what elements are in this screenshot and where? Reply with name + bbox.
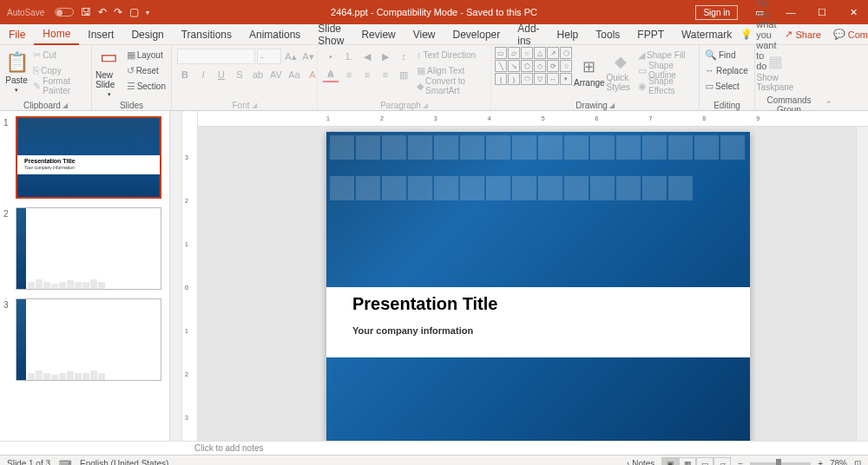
increase-font-icon[interactable]: A▴	[283, 49, 299, 64]
layout-button[interactable]: ▦Layout	[125, 47, 168, 62]
arrange-button[interactable]: ⊞Arrange	[574, 47, 605, 97]
collapse-ribbon-icon[interactable]: ⌃	[825, 100, 832, 108]
bold-icon[interactable]: B	[177, 67, 193, 82]
reset-button[interactable]: ↺Reset	[125, 62, 168, 78]
new-slide-button[interactable]: ▭New Slide▾	[95, 47, 123, 97]
section-button[interactable]: ☰Section	[125, 78, 168, 94]
text-direction-button[interactable]: ↕Text Direction	[415, 47, 487, 62]
notes-pane[interactable]: Click to add notes	[0, 441, 868, 455]
spellcheck-icon[interactable]: ⌨	[59, 459, 71, 465]
cut-button[interactable]: ✂Cut	[31, 47, 88, 62]
select-icon: ▭	[705, 81, 713, 92]
dialog-launcher-icon[interactable]: ◢	[423, 102, 428, 109]
thumbnail-slide-3[interactable]	[16, 298, 161, 381]
font-size-input[interactable]: -	[257, 49, 281, 64]
justify-icon[interactable]: ≡	[378, 67, 393, 82]
comments-button[interactable]: 💬Comments	[830, 29, 868, 40]
save-icon[interactable]: 🖫	[81, 6, 91, 18]
align-center-icon[interactable]: ≡	[341, 67, 357, 82]
case-icon[interactable]: Aa	[286, 67, 302, 82]
tab-slideshow[interactable]: Slide Show	[309, 24, 352, 45]
tab-animations[interactable]: Animations	[240, 24, 309, 45]
shadow-icon[interactable]: ab	[250, 67, 266, 82]
clipboard-label: Clipboard	[23, 101, 61, 110]
replace-icon: ↔	[705, 65, 714, 75]
tab-developer[interactable]: Developer	[444, 24, 510, 45]
select-button[interactable]: ▭Select	[703, 78, 750, 94]
outdent-icon[interactable]: ◀	[359, 49, 375, 64]
arrange-icon: ⊞	[582, 57, 595, 76]
language-status[interactable]: English (United States)	[80, 459, 168, 465]
fit-window-icon[interactable]: ⊡	[854, 459, 861, 465]
tab-transitions[interactable]: Transitions	[173, 24, 240, 45]
tab-tools[interactable]: Tools	[587, 24, 628, 45]
tab-home[interactable]: Home	[34, 24, 79, 45]
font-family-input[interactable]	[177, 49, 255, 64]
reading-view-icon[interactable]: ▭	[696, 457, 713, 466]
align-left-icon[interactable]: ≡	[323, 67, 339, 82]
fill-icon: ◢	[638, 49, 645, 61]
thumbs-scrollbar[interactable]	[169, 111, 181, 441]
slideshow-view-icon[interactable]: ▱	[713, 457, 731, 466]
find-button[interactable]: 🔍Find	[703, 47, 750, 62]
zoom-level[interactable]: 78%	[830, 459, 847, 465]
shape-effects-button[interactable]: ◉Shape Effects	[636, 78, 695, 94]
comment-icon: 💬	[833, 29, 845, 40]
tab-view[interactable]: View	[404, 24, 444, 45]
editor-scrollbar[interactable]	[856, 127, 868, 441]
paste-button[interactable]: 📋Paste▾	[3, 47, 30, 97]
slide-canvas[interactable]: Presentation Title Your company informat…	[326, 132, 750, 441]
replace-button[interactable]: ↔Replace	[703, 62, 750, 78]
linespace-icon[interactable]: ↕	[396, 49, 411, 64]
tab-help[interactable]: Help	[549, 24, 588, 45]
convert-smartart-button[interactable]: ◆Convert to SmartArt	[415, 78, 487, 94]
tab-watermark[interactable]: Watermark	[673, 24, 740, 45]
thumbnail-slide-1[interactable]: Presentation Title Your company informat…	[16, 116, 161, 199]
tab-review[interactable]: Review	[352, 24, 404, 45]
slide-title[interactable]: Presentation Title	[352, 294, 497, 314]
notes-button[interactable]: ♪ Notes	[625, 459, 654, 465]
qat-more-icon[interactable]: ▾	[146, 9, 149, 16]
dialog-launcher-icon[interactable]: ◢	[252, 102, 257, 109]
undo-icon[interactable]: ↶	[98, 6, 107, 18]
align-right-icon[interactable]: ≡	[359, 67, 375, 82]
share-button[interactable]: ↗Share	[781, 29, 824, 40]
underline-icon[interactable]: U	[214, 67, 229, 82]
columns-icon[interactable]: ▥	[396, 67, 411, 82]
autosave-toggle[interactable]	[55, 8, 74, 16]
zoom-in-button[interactable]: +	[818, 459, 823, 465]
bullets-icon[interactable]: •	[323, 49, 339, 64]
numbering-icon[interactable]: 1.	[341, 49, 357, 64]
slide-counter: Slide 1 of 3	[7, 459, 50, 465]
new-slide-icon: ▭	[100, 46, 118, 69]
thumbnail-slide-2[interactable]	[16, 207, 161, 290]
share-icon: ↗	[785, 29, 792, 40]
tab-addins[interactable]: Add-ins	[509, 24, 548, 45]
strike-icon[interactable]: S	[232, 67, 247, 82]
decrease-font-icon[interactable]: A▾	[300, 49, 316, 64]
start-icon[interactable]: ▢	[129, 6, 139, 18]
drawing-label: Drawing	[575, 101, 608, 110]
horizontal-ruler: 123456789	[198, 111, 868, 127]
outline-icon: ▭	[638, 65, 647, 76]
format-painter-button[interactable]: ✎Format Painter	[31, 78, 88, 94]
quick-styles-button[interactable]: ◆Quick Styles	[607, 47, 635, 97]
tab-design[interactable]: Design	[122, 24, 172, 45]
tab-file[interactable]: File	[0, 24, 34, 45]
dialog-launcher-icon[interactable]: ◢	[62, 102, 68, 109]
paragraph-label: Paragraph	[380, 101, 421, 110]
redo-icon[interactable]: ↷	[114, 6, 122, 18]
tab-insert[interactable]: Insert	[79, 24, 122, 45]
spacing-icon[interactable]: AV	[268, 67, 284, 82]
zoom-out-button[interactable]: −	[738, 459, 743, 465]
slide-subtitle[interactable]: Your company information	[352, 325, 473, 336]
indent-icon[interactable]: ▶	[378, 49, 393, 64]
dialog-launcher-icon[interactable]: ◢	[609, 102, 615, 109]
show-taskpane-button[interactable]: ▦Show Taskpane	[759, 47, 792, 97]
signin-button[interactable]: Sign in	[695, 5, 738, 20]
normal-view-icon[interactable]: ▣	[661, 457, 679, 466]
tab-fppt[interactable]: FPPT	[628, 24, 673, 45]
italic-icon[interactable]: I	[195, 67, 211, 82]
shapes-gallery[interactable]: ▭▱○△↗⬡ ╲↘⬠◇⟳☆ {}⬭▽↔▾	[495, 47, 572, 85]
sorter-view-icon[interactable]: ▦	[679, 457, 696, 466]
